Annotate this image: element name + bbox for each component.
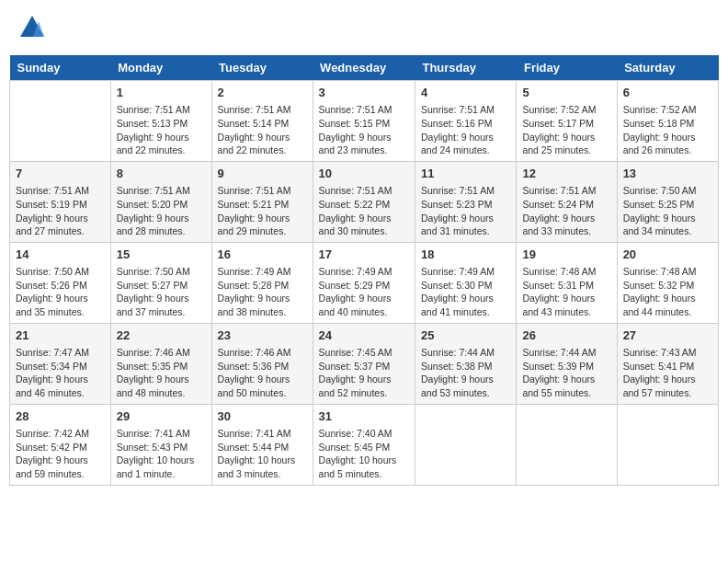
calendar-cell: 18Sunrise: 7:49 AM Sunset: 5:30 PM Dayli… [415, 242, 516, 323]
day-number: 27 [623, 327, 712, 344]
day-info: Sunrise: 7:51 AM Sunset: 5:16 PM Dayligh… [421, 103, 510, 157]
page-header [9, 9, 719, 46]
col-header-monday: Monday [110, 55, 211, 81]
day-info: Sunrise: 7:41 AM Sunset: 5:44 PM Dayligh… [218, 427, 307, 481]
calendar-cell: 15Sunrise: 7:50 AM Sunset: 5:27 PM Dayli… [110, 242, 211, 323]
col-header-saturday: Saturday [617, 55, 718, 81]
calendar-cell: 6Sunrise: 7:52 AM Sunset: 5:18 PM Daylig… [617, 81, 718, 162]
day-number: 19 [522, 247, 610, 263]
calendar-cell: 20Sunrise: 7:48 AM Sunset: 5:32 PM Dayli… [617, 242, 718, 323]
calendar-week-4: 21Sunrise: 7:47 AM Sunset: 5:34 PM Dayli… [10, 323, 719, 404]
day-number: 1 [117, 85, 206, 101]
day-number: 3 [319, 85, 409, 101]
day-number: 20 [623, 247, 712, 263]
day-info: Sunrise: 7:41 AM Sunset: 5:43 PM Dayligh… [117, 427, 206, 481]
day-info: Sunrise: 7:50 AM Sunset: 5:25 PM Dayligh… [623, 184, 712, 238]
day-info: Sunrise: 7:51 AM Sunset: 5:13 PM Dayligh… [117, 103, 206, 157]
day-number: 17 [319, 247, 409, 263]
calendar-cell: 19Sunrise: 7:48 AM Sunset: 5:31 PM Dayli… [517, 242, 617, 323]
calendar-cell: 27Sunrise: 7:43 AM Sunset: 5:41 PM Dayli… [617, 323, 718, 404]
col-header-sunday: Sunday [10, 55, 111, 81]
calendar-cell: 17Sunrise: 7:49 AM Sunset: 5:29 PM Dayli… [313, 242, 415, 323]
calendar-cell: 22Sunrise: 7:46 AM Sunset: 5:35 PM Dayli… [110, 323, 211, 404]
day-info: Sunrise: 7:51 AM Sunset: 5:22 PM Dayligh… [319, 184, 409, 238]
day-info: Sunrise: 7:47 AM Sunset: 5:34 PM Dayligh… [16, 346, 105, 400]
col-header-thursday: Thursday [415, 55, 516, 81]
col-header-tuesday: Tuesday [211, 55, 313, 81]
day-number: 10 [319, 166, 409, 182]
day-info: Sunrise: 7:46 AM Sunset: 5:35 PM Dayligh… [117, 346, 206, 400]
day-number: 22 [117, 327, 206, 344]
calendar-cell: 25Sunrise: 7:44 AM Sunset: 5:38 PM Dayli… [415, 323, 516, 404]
day-number: 25 [421, 327, 510, 344]
calendar-header-row: SundayMondayTuesdayWednesdayThursdayFrid… [10, 55, 719, 81]
day-info: Sunrise: 7:45 AM Sunset: 5:37 PM Dayligh… [319, 346, 409, 400]
day-info: Sunrise: 7:50 AM Sunset: 5:27 PM Dayligh… [117, 265, 206, 319]
day-info: Sunrise: 7:49 AM Sunset: 5:29 PM Dayligh… [319, 265, 409, 319]
day-number: 16 [218, 247, 307, 263]
day-info: Sunrise: 7:51 AM Sunset: 5:23 PM Dayligh… [421, 184, 510, 238]
calendar-cell: 16Sunrise: 7:49 AM Sunset: 5:28 PM Dayli… [211, 242, 313, 323]
day-info: Sunrise: 7:52 AM Sunset: 5:17 PM Dayligh… [522, 103, 610, 157]
day-info: Sunrise: 7:48 AM Sunset: 5:32 PM Dayligh… [623, 265, 712, 319]
day-info: Sunrise: 7:49 AM Sunset: 5:28 PM Dayligh… [218, 265, 307, 319]
day-info: Sunrise: 7:49 AM Sunset: 5:30 PM Dayligh… [421, 265, 510, 319]
calendar-cell: 11Sunrise: 7:51 AM Sunset: 5:23 PM Dayli… [415, 161, 516, 242]
day-info: Sunrise: 7:44 AM Sunset: 5:38 PM Dayligh… [421, 346, 510, 400]
day-info: Sunrise: 7:51 AM Sunset: 5:15 PM Dayligh… [319, 103, 409, 157]
col-header-wednesday: Wednesday [313, 55, 415, 81]
day-info: Sunrise: 7:44 AM Sunset: 5:39 PM Dayligh… [522, 346, 610, 400]
calendar-cell [517, 404, 617, 485]
day-number: 7 [16, 166, 105, 182]
calendar-cell: 14Sunrise: 7:50 AM Sunset: 5:26 PM Dayli… [10, 242, 111, 323]
calendar-cell [415, 404, 516, 485]
calendar-cell: 12Sunrise: 7:51 AM Sunset: 5:24 PM Dayli… [517, 161, 617, 242]
calendar-cell: 30Sunrise: 7:41 AM Sunset: 5:44 PM Dayli… [211, 404, 313, 485]
day-number: 15 [117, 247, 206, 263]
day-info: Sunrise: 7:48 AM Sunset: 5:31 PM Dayligh… [522, 265, 610, 319]
day-number: 2 [218, 85, 307, 101]
day-info: Sunrise: 7:51 AM Sunset: 5:21 PM Dayligh… [218, 184, 307, 238]
day-number: 6 [623, 85, 712, 101]
calendar-cell: 26Sunrise: 7:44 AM Sunset: 5:39 PM Dayli… [517, 323, 617, 404]
calendar-cell: 23Sunrise: 7:46 AM Sunset: 5:36 PM Dayli… [211, 323, 313, 404]
calendar-cell: 3Sunrise: 7:51 AM Sunset: 5:15 PM Daylig… [313, 81, 415, 162]
calendar-cell: 21Sunrise: 7:47 AM Sunset: 5:34 PM Dayli… [10, 323, 111, 404]
calendar-week-3: 14Sunrise: 7:50 AM Sunset: 5:26 PM Dayli… [10, 242, 719, 323]
calendar-cell: 24Sunrise: 7:45 AM Sunset: 5:37 PM Dayli… [313, 323, 415, 404]
col-header-friday: Friday [517, 55, 617, 81]
day-number: 31 [319, 408, 409, 425]
calendar-week-1: 1Sunrise: 7:51 AM Sunset: 5:13 PM Daylig… [10, 81, 719, 162]
day-info: Sunrise: 7:52 AM Sunset: 5:18 PM Dayligh… [623, 103, 712, 157]
calendar-cell: 31Sunrise: 7:40 AM Sunset: 5:45 PM Dayli… [313, 404, 415, 485]
calendar-cell: 7Sunrise: 7:51 AM Sunset: 5:19 PM Daylig… [10, 161, 111, 242]
calendar-cell: 9Sunrise: 7:51 AM Sunset: 5:21 PM Daylig… [211, 161, 313, 242]
calendar-week-5: 28Sunrise: 7:42 AM Sunset: 5:42 PM Dayli… [10, 404, 719, 485]
day-info: Sunrise: 7:51 AM Sunset: 5:24 PM Dayligh… [522, 184, 610, 238]
day-info: Sunrise: 7:51 AM Sunset: 5:19 PM Dayligh… [16, 184, 105, 238]
day-number: 23 [218, 327, 307, 344]
day-number: 12 [522, 166, 610, 182]
logo-icon [18, 14, 46, 41]
day-info: Sunrise: 7:42 AM Sunset: 5:42 PM Dayligh… [16, 427, 105, 481]
calendar-cell: 28Sunrise: 7:42 AM Sunset: 5:42 PM Dayli… [10, 404, 111, 485]
day-number: 13 [623, 166, 712, 182]
day-info: Sunrise: 7:40 AM Sunset: 5:45 PM Dayligh… [319, 427, 409, 481]
calendar-cell: 8Sunrise: 7:51 AM Sunset: 5:20 PM Daylig… [110, 161, 211, 242]
calendar-cell: 1Sunrise: 7:51 AM Sunset: 5:13 PM Daylig… [110, 81, 211, 162]
day-number: 14 [16, 247, 105, 263]
calendar-cell: 10Sunrise: 7:51 AM Sunset: 5:22 PM Dayli… [313, 161, 415, 242]
calendar-cell: 13Sunrise: 7:50 AM Sunset: 5:25 PM Dayli… [617, 161, 718, 242]
calendar-cell: 29Sunrise: 7:41 AM Sunset: 5:43 PM Dayli… [110, 404, 211, 485]
day-number: 24 [319, 327, 409, 344]
day-number: 21 [16, 327, 105, 344]
day-info: Sunrise: 7:51 AM Sunset: 5:14 PM Dayligh… [218, 103, 307, 157]
day-info: Sunrise: 7:46 AM Sunset: 5:36 PM Dayligh… [218, 346, 307, 400]
logo [18, 14, 50, 41]
day-info: Sunrise: 7:50 AM Sunset: 5:26 PM Dayligh… [16, 265, 105, 319]
calendar-cell [617, 404, 718, 485]
calendar-table: SundayMondayTuesdayWednesdayThursdayFrid… [9, 55, 719, 486]
day-number: 26 [522, 327, 610, 344]
day-info: Sunrise: 7:43 AM Sunset: 5:41 PM Dayligh… [623, 346, 712, 400]
calendar-cell [10, 81, 111, 162]
